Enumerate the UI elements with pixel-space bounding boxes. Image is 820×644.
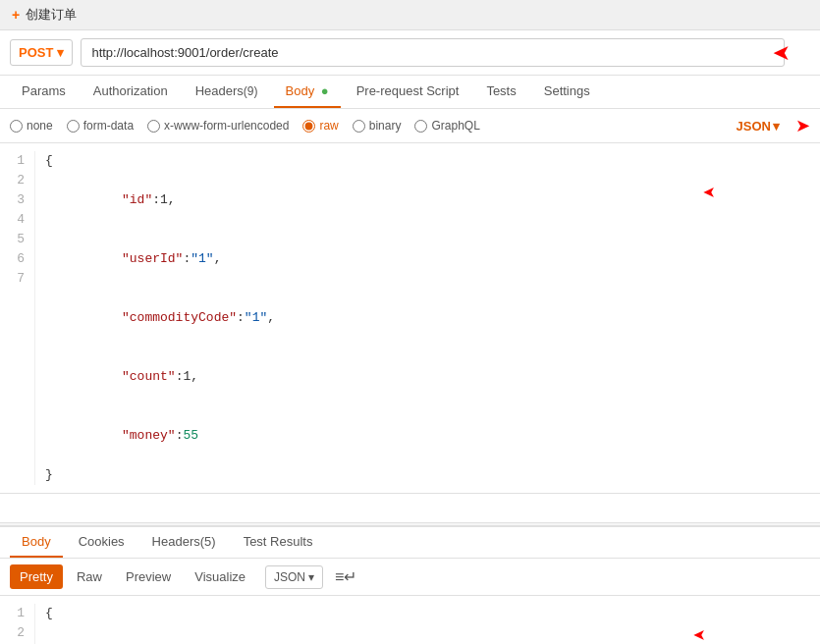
option-binary[interactable]: binary bbox=[353, 119, 402, 133]
response-code-editor[interactable]: 12345 { "code": 200, "message": "订单创建成功"… bbox=[0, 596, 820, 644]
resp-tab-body[interactable]: Body bbox=[10, 527, 63, 558]
code-arrow-indicator: ➤ bbox=[702, 181, 715, 207]
method-dropdown-arrow: ▾ bbox=[57, 45, 64, 60]
url-bar-section: POST ▾ ➤ bbox=[0, 30, 820, 76]
response-section: Body Cookies Headers(5) Test Results Pre… bbox=[0, 525, 820, 644]
title-bar: + 创建订单 bbox=[0, 0, 820, 30]
tab-params[interactable]: Params bbox=[10, 76, 78, 108]
resp-tab-test-results[interactable]: Test Results bbox=[232, 527, 325, 558]
resp-tab-cookies[interactable]: Cookies bbox=[67, 527, 137, 558]
tab-settings[interactable]: Settings bbox=[532, 76, 602, 108]
response-tabs-row: Body Cookies Headers(5) Test Results bbox=[0, 527, 820, 559]
tab-headers[interactable]: Headers(9) bbox=[184, 76, 270, 108]
tab-authorization[interactable]: Authorization bbox=[82, 76, 180, 108]
request-code-editor[interactable]: 1234567 { "id":1, "userId":"1", "commodi… bbox=[0, 143, 820, 494]
editor-empty-space bbox=[0, 494, 820, 523]
resp-code-arrow-indicator: ➤ bbox=[692, 623, 705, 644]
resp-tab-headers[interactable]: Headers(5) bbox=[140, 527, 228, 558]
view-tab-pretty[interactable]: Pretty bbox=[10, 564, 63, 589]
resp-code-arrow-area: ➤ bbox=[791, 604, 820, 644]
response-code-content: { "code": 200, "message": "订单创建成功", "dat… bbox=[35, 604, 791, 644]
method-label: POST bbox=[19, 45, 53, 60]
body-dot: ● bbox=[321, 83, 329, 98]
json-format-button[interactable]: JSON ▾ bbox=[737, 119, 780, 134]
resp-json-arrow: ▾ bbox=[308, 570, 314, 584]
option-none[interactable]: none bbox=[10, 119, 53, 133]
request-tabs-row: Params Authorization Headers(9) Body ● P… bbox=[0, 76, 820, 109]
method-select[interactable]: POST ▾ bbox=[10, 39, 73, 66]
view-tab-preview[interactable]: Preview bbox=[116, 564, 181, 589]
option-form-data[interactable]: form-data bbox=[67, 119, 134, 133]
tab-tests[interactable]: Tests bbox=[474, 76, 527, 108]
format-wrap-button[interactable]: ≡↵ bbox=[335, 567, 356, 586]
code-arrow-area: ➤ bbox=[791, 151, 820, 485]
view-tab-raw[interactable]: Raw bbox=[67, 564, 112, 589]
request-code-content: { "id":1, "userId":"1", "commodityCode":… bbox=[35, 151, 791, 485]
json-dropdown-arrow: ▾ bbox=[773, 119, 780, 134]
body-options-row: none form-data x-www-form-urlencoded raw… bbox=[0, 109, 820, 143]
title-label: 创建订单 bbox=[26, 6, 77, 24]
json-arrow-indicator: ➤ bbox=[795, 115, 810, 136]
plus-icon: + bbox=[12, 7, 20, 23]
option-urlencoded[interactable]: x-www-form-urlencoded bbox=[147, 119, 289, 133]
response-line-numbers: 12345 bbox=[0, 604, 35, 644]
request-line-numbers: 1234567 bbox=[0, 151, 35, 485]
view-tab-visualize[interactable]: Visualize bbox=[185, 564, 255, 589]
resp-json-format-btn[interactable]: JSON ▾ bbox=[265, 565, 323, 589]
tab-prerequest[interactable]: Pre-request Script bbox=[345, 76, 471, 108]
tab-body[interactable]: Body ● bbox=[274, 76, 341, 108]
option-graphql[interactable]: GraphQL bbox=[414, 119, 479, 133]
resp-view-row: Pretty Raw Preview Visualize JSON ▾ ≡↵ bbox=[0, 559, 820, 596]
option-raw[interactable]: raw bbox=[302, 119, 338, 133]
url-input[interactable] bbox=[81, 38, 785, 67]
